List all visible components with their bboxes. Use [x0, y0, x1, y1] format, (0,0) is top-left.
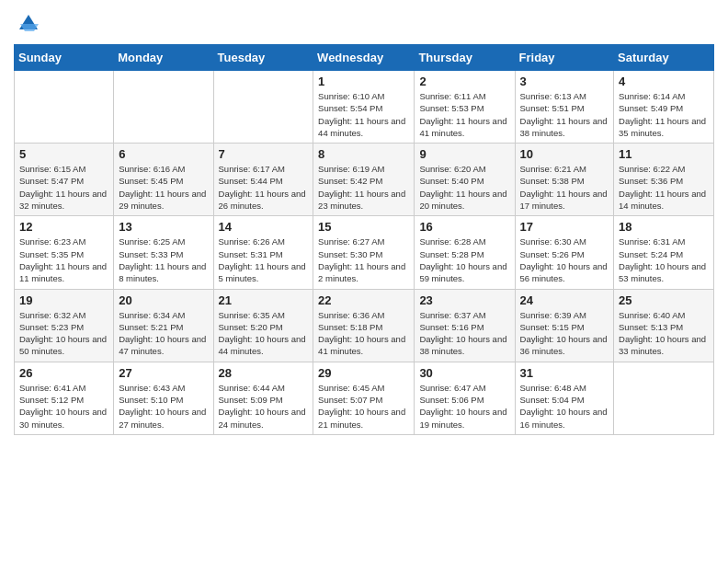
logo-icon	[16, 11, 41, 37]
day-number: 17	[520, 220, 609, 234]
day-number: 20	[119, 293, 208, 307]
day-info: Sunrise: 6:23 AM Sunset: 5:35 PM Dayligh…	[19, 236, 108, 284]
calendar-cell: 7Sunrise: 6:17 AM Sunset: 5:44 PM Daylig…	[213, 144, 313, 216]
day-of-week-header: Friday	[515, 45, 614, 71]
calendar-cell: 1Sunrise: 6:10 AM Sunset: 5:54 PM Daylig…	[313, 71, 415, 144]
calendar-cell: 12Sunrise: 6:23 AM Sunset: 5:35 PM Dayli…	[15, 216, 114, 289]
calendar-cell	[15, 71, 114, 144]
day-number: 29	[318, 366, 409, 380]
day-number: 22	[318, 293, 409, 307]
header	[14, 9, 714, 37]
calendar-cell: 5Sunrise: 6:15 AM Sunset: 5:47 PM Daylig…	[15, 144, 114, 216]
day-number: 4	[619, 75, 709, 88]
day-info: Sunrise: 6:25 AM Sunset: 5:33 PM Dayligh…	[119, 236, 208, 284]
day-number: 6	[119, 147, 208, 161]
day-info: Sunrise: 6:36 AM Sunset: 5:18 PM Dayligh…	[318, 309, 409, 358]
calendar-cell: 4Sunrise: 6:14 AM Sunset: 5:49 PM Daylig…	[614, 71, 714, 144]
day-info: Sunrise: 6:45 AM Sunset: 5:07 PM Dayligh…	[318, 382, 409, 431]
day-number: 24	[520, 293, 609, 307]
day-info: Sunrise: 6:40 AM Sunset: 5:13 PM Dayligh…	[619, 309, 709, 358]
calendar-cell: 6Sunrise: 6:16 AM Sunset: 5:45 PM Daylig…	[114, 144, 213, 216]
day-number: 3	[520, 75, 609, 88]
day-number: 12	[19, 220, 108, 234]
day-number: 28	[219, 366, 309, 380]
day-number: 31	[520, 366, 609, 380]
day-of-week-header: Thursday	[415, 45, 515, 71]
calendar-cell	[614, 362, 714, 434]
day-info: Sunrise: 6:47 AM Sunset: 5:06 PM Dayligh…	[419, 382, 509, 431]
calendar-cell: 29Sunrise: 6:45 AM Sunset: 5:07 PM Dayli…	[313, 362, 415, 434]
day-info: Sunrise: 6:16 AM Sunset: 5:45 PM Dayligh…	[119, 163, 208, 212]
calendar-cell: 11Sunrise: 6:22 AM Sunset: 5:36 PM Dayli…	[614, 144, 714, 216]
calendar-cell: 16Sunrise: 6:28 AM Sunset: 5:28 PM Dayli…	[415, 216, 515, 289]
calendar-cell: 2Sunrise: 6:11 AM Sunset: 5:53 PM Daylig…	[415, 71, 515, 144]
calendar-cell: 21Sunrise: 6:35 AM Sunset: 5:20 PM Dayli…	[213, 289, 313, 362]
day-number: 25	[619, 293, 709, 307]
day-number: 2	[419, 75, 509, 88]
calendar-week-row: 5Sunrise: 6:15 AM Sunset: 5:47 PM Daylig…	[15, 144, 714, 216]
calendar-cell: 31Sunrise: 6:48 AM Sunset: 5:04 PM Dayli…	[515, 362, 614, 434]
calendar-cell: 15Sunrise: 6:27 AM Sunset: 5:30 PM Dayli…	[313, 216, 415, 289]
calendar-week-row: 12Sunrise: 6:23 AM Sunset: 5:35 PM Dayli…	[15, 216, 714, 289]
calendar-cell: 30Sunrise: 6:47 AM Sunset: 5:06 PM Dayli…	[415, 362, 515, 434]
day-number: 16	[419, 220, 509, 234]
day-of-week-header: Wednesday	[313, 45, 415, 71]
calendar-cell: 25Sunrise: 6:40 AM Sunset: 5:13 PM Dayli…	[614, 289, 714, 362]
calendar-week-row: 1Sunrise: 6:10 AM Sunset: 5:54 PM Daylig…	[15, 71, 714, 144]
day-info: Sunrise: 6:44 AM Sunset: 5:09 PM Dayligh…	[219, 382, 309, 431]
day-info: Sunrise: 6:48 AM Sunset: 5:04 PM Dayligh…	[520, 382, 609, 431]
day-info: Sunrise: 6:32 AM Sunset: 5:23 PM Dayligh…	[19, 309, 108, 358]
calendar-cell: 26Sunrise: 6:41 AM Sunset: 5:12 PM Dayli…	[15, 362, 114, 434]
day-number: 14	[219, 220, 309, 234]
day-number: 27	[119, 366, 208, 380]
svg-marker-1	[20, 24, 39, 31]
day-info: Sunrise: 6:15 AM Sunset: 5:47 PM Dayligh…	[19, 163, 108, 212]
day-number: 9	[419, 147, 509, 161]
day-of-week-header: Sunday	[15, 45, 114, 71]
day-number: 26	[19, 366, 108, 380]
calendar-header-row: SundayMondayTuesdayWednesdayThursdayFrid…	[15, 45, 714, 71]
day-number: 21	[219, 293, 309, 307]
day-info: Sunrise: 6:26 AM Sunset: 5:31 PM Dayligh…	[219, 236, 309, 284]
calendar-cell: 14Sunrise: 6:26 AM Sunset: 5:31 PM Dayli…	[213, 216, 313, 289]
day-info: Sunrise: 6:34 AM Sunset: 5:21 PM Dayligh…	[119, 309, 208, 358]
day-number: 8	[318, 147, 409, 161]
calendar-cell: 13Sunrise: 6:25 AM Sunset: 5:33 PM Dayli…	[114, 216, 213, 289]
page: SundayMondayTuesdayWednesdayThursdayFrid…	[0, 0, 728, 563]
calendar: SundayMondayTuesdayWednesdayThursdayFrid…	[14, 44, 714, 435]
calendar-cell: 28Sunrise: 6:44 AM Sunset: 5:09 PM Dayli…	[213, 362, 313, 434]
logo	[14, 9, 41, 37]
day-info: Sunrise: 6:27 AM Sunset: 5:30 PM Dayligh…	[318, 236, 409, 284]
day-number: 13	[119, 220, 208, 234]
day-number: 15	[318, 220, 409, 234]
calendar-cell: 22Sunrise: 6:36 AM Sunset: 5:18 PM Dayli…	[313, 289, 415, 362]
day-info: Sunrise: 6:22 AM Sunset: 5:36 PM Dayligh…	[619, 163, 709, 212]
calendar-cell: 24Sunrise: 6:39 AM Sunset: 5:15 PM Dayli…	[515, 289, 614, 362]
calendar-week-row: 26Sunrise: 6:41 AM Sunset: 5:12 PM Dayli…	[15, 362, 714, 434]
day-number: 30	[419, 366, 509, 380]
calendar-cell: 8Sunrise: 6:19 AM Sunset: 5:42 PM Daylig…	[313, 144, 415, 216]
calendar-cell: 27Sunrise: 6:43 AM Sunset: 5:10 PM Dayli…	[114, 362, 213, 434]
day-info: Sunrise: 6:28 AM Sunset: 5:28 PM Dayligh…	[419, 236, 509, 284]
day-info: Sunrise: 6:19 AM Sunset: 5:42 PM Dayligh…	[318, 163, 409, 212]
day-info: Sunrise: 6:21 AM Sunset: 5:38 PM Dayligh…	[520, 163, 609, 212]
calendar-cell: 19Sunrise: 6:32 AM Sunset: 5:23 PM Dayli…	[15, 289, 114, 362]
day-info: Sunrise: 6:30 AM Sunset: 5:26 PM Dayligh…	[520, 236, 609, 284]
day-info: Sunrise: 6:17 AM Sunset: 5:44 PM Dayligh…	[219, 163, 309, 212]
calendar-cell	[114, 71, 213, 144]
day-number: 10	[520, 147, 609, 161]
day-number: 23	[419, 293, 509, 307]
calendar-cell: 17Sunrise: 6:30 AM Sunset: 5:26 PM Dayli…	[515, 216, 614, 289]
day-of-week-header: Tuesday	[213, 45, 313, 71]
day-info: Sunrise: 6:43 AM Sunset: 5:10 PM Dayligh…	[119, 382, 208, 431]
calendar-cell: 18Sunrise: 6:31 AM Sunset: 5:24 PM Dayli…	[614, 216, 714, 289]
calendar-cell: 10Sunrise: 6:21 AM Sunset: 5:38 PM Dayli…	[515, 144, 614, 216]
calendar-cell: 23Sunrise: 6:37 AM Sunset: 5:16 PM Dayli…	[415, 289, 515, 362]
day-info: Sunrise: 6:14 AM Sunset: 5:49 PM Dayligh…	[619, 90, 709, 139]
day-info: Sunrise: 6:37 AM Sunset: 5:16 PM Dayligh…	[419, 309, 509, 358]
day-number: 1	[318, 75, 409, 88]
calendar-cell	[213, 71, 313, 144]
day-info: Sunrise: 6:11 AM Sunset: 5:53 PM Dayligh…	[419, 90, 509, 139]
day-info: Sunrise: 6:35 AM Sunset: 5:20 PM Dayligh…	[219, 309, 309, 358]
day-info: Sunrise: 6:31 AM Sunset: 5:24 PM Dayligh…	[619, 236, 709, 284]
